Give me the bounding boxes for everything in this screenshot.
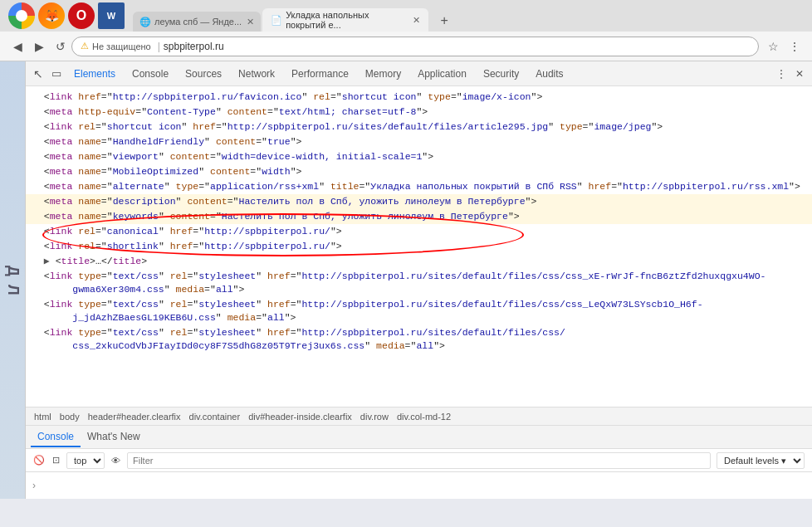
devtools-toolbar: ↖ ▭ Elements Console Sources Network Per… bbox=[26, 61, 812, 86]
device-toolbar-button[interactable]: ▭ bbox=[47, 65, 66, 83]
devtools-close-button[interactable]: ✕ bbox=[790, 65, 809, 83]
chrome-browser-icon[interactable] bbox=[8, 2, 35, 29]
breadcrumb-header[interactable]: header#header.clearfix bbox=[85, 411, 184, 422]
breadcrumb-html[interactable]: html bbox=[31, 411, 55, 422]
code-line-5: <meta name="viewport" content="width=dev… bbox=[26, 149, 812, 164]
code-line-7: <meta name="alternate" type="application… bbox=[26, 179, 812, 194]
main-content: Д Л ↖ ▭ Elements Console Sources Network… bbox=[0, 61, 812, 499]
code-line-9: <meta name="keywords" content="Настелить… bbox=[26, 209, 812, 224]
code-area-wrapper: <link href="http://spbpiterpol.ru/favico… bbox=[26, 86, 812, 407]
url-display: spbpiterpol.ru bbox=[164, 41, 224, 52]
title-bar: 🦊 O W 🌐 леума спб — Янде... ✕ 📄 Укладка … bbox=[0, 0, 812, 32]
browser-tab-inactive[interactable]: 🌐 леума спб — Янде... ✕ bbox=[133, 12, 261, 32]
bottom-tab-console[interactable]: Console bbox=[31, 427, 81, 447]
console-toolbar: 🚫 ⊡ top 👁 Default levels ▾ bbox=[26, 449, 812, 472]
breadcrumb-header-inside[interactable]: div#header-inside.clearfix bbox=[245, 411, 355, 422]
console-content: › bbox=[26, 472, 812, 499]
tab-network[interactable]: Network bbox=[230, 64, 283, 84]
not-secure-label: Не защищено bbox=[92, 41, 151, 51]
page-letter-l: Л bbox=[4, 285, 22, 295]
tab-audits[interactable]: Audits bbox=[527, 64, 571, 84]
bookmark-button[interactable]: ☆ bbox=[764, 37, 782, 56]
word-app-icon[interactable]: W bbox=[98, 2, 125, 29]
security-warning-icon: ⚠ bbox=[81, 41, 89, 51]
close-icon-inactive-tab[interactable]: ✕ bbox=[247, 17, 254, 27]
code-line-15: <link type="text/css" rel="stylesheet" h… bbox=[26, 325, 812, 354]
code-line-8: <meta name="description" content="Настел… bbox=[26, 194, 812, 209]
tab-console[interactable]: Console bbox=[124, 64, 177, 84]
link-href-11[interactable]: http://spbpiterpol.ru/ bbox=[204, 241, 330, 251]
preserve-log-button[interactable]: ⊡ bbox=[47, 452, 64, 469]
forward-button[interactable]: ▶ bbox=[30, 37, 48, 56]
menu-button[interactable]: ⋮ bbox=[785, 37, 804, 56]
bottom-panel: Console What's New 🚫 ⊡ top 👁 Default lev… bbox=[26, 425, 812, 499]
code-line-12: ▶ <title>…</title> bbox=[26, 254, 812, 269]
firefox-browser-icon[interactable]: 🦊 bbox=[38, 2, 65, 29]
level-select[interactable]: Default levels ▾ bbox=[717, 452, 805, 469]
breadcrumb-body[interactable]: body bbox=[56, 411, 83, 422]
code-line-13: <link type="text/css" rel="stylesheet" h… bbox=[26, 269, 812, 297]
code-line-4: <meta name="HandheldFriendly" content="t… bbox=[26, 134, 812, 149]
tab-memory[interactable]: Memory bbox=[357, 64, 409, 84]
page-letter-d: Д bbox=[4, 266, 22, 276]
browser-tab-active[interactable]: 📄 Укладка напольных покрытий е... ✕ bbox=[262, 8, 428, 32]
breadcrumb-col[interactable]: div.col-md-12 bbox=[394, 411, 454, 422]
tab-application[interactable]: Application bbox=[409, 64, 475, 84]
link-href-3[interactable]: http://spbpiterpol.ru/sites/default/file… bbox=[227, 121, 548, 132]
code-line-6: <meta name="MobileOptimized" content="wi… bbox=[26, 164, 812, 179]
code-line-2: <meta http-equiv="Content-Type" content=… bbox=[26, 105, 812, 120]
code-line-1: <link href="http://spbpiterpol.ru/favico… bbox=[26, 90, 812, 105]
refresh-button[interactable]: ↺ bbox=[51, 37, 70, 56]
address-input[interactable]: ⚠ Не защищено | spbpiterpol.ru bbox=[71, 37, 759, 56]
address-separator: | bbox=[158, 41, 160, 52]
bottom-tab-whats-new[interactable]: What's New bbox=[81, 427, 147, 447]
tab-label-active: Укладка напольных покрытий е... bbox=[286, 10, 408, 30]
opera-browser-icon[interactable]: O bbox=[68, 2, 95, 29]
bottom-tabs: Console What's New bbox=[26, 426, 812, 449]
close-icon-active-tab[interactable]: ✕ bbox=[413, 15, 420, 26]
back-button[interactable]: ◀ bbox=[8, 37, 27, 56]
context-select[interactable]: top bbox=[66, 452, 105, 469]
html-code-area[interactable]: <link href="http://spbpiterpol.ru/favico… bbox=[26, 86, 812, 357]
tab-elements[interactable]: Elements bbox=[66, 64, 124, 84]
tab-sources[interactable]: Sources bbox=[177, 64, 230, 84]
devtools-more-button[interactable]: ⋮ bbox=[772, 65, 790, 83]
new-tab-button[interactable]: + bbox=[433, 10, 455, 32]
page-background: Д Л bbox=[0, 61, 25, 499]
link-href-7[interactable]: http://spbpiterpol.ru/rss.xml bbox=[623, 181, 789, 192]
devtools-panel: ↖ ▭ Elements Console Sources Network Per… bbox=[25, 61, 812, 499]
clear-console-button[interactable]: 🚫 bbox=[31, 452, 47, 469]
tab-label-inactive: леума спб — Янде... bbox=[154, 17, 242, 27]
code-line-11: <link rel="shortlink" href="http://spbpi… bbox=[26, 239, 812, 254]
eye-button[interactable]: 👁 bbox=[107, 452, 124, 469]
link-href-1[interactable]: http://spbpiterpol.ru/favicon.ico bbox=[113, 91, 302, 102]
breadcrumb-bar: html body header#header.clearfix div.con… bbox=[26, 407, 812, 425]
code-line-14: <link type="text/css" rel="stylesheet" h… bbox=[26, 297, 812, 325]
tab-security[interactable]: Security bbox=[475, 64, 527, 84]
inspect-element-button[interactable]: ↖ bbox=[29, 65, 47, 83]
console-chevron-icon: › bbox=[32, 480, 36, 491]
breadcrumb-row[interactable]: div.row bbox=[357, 411, 392, 422]
address-bar: ◀ ▶ ↺ ⚠ Не защищено | spbpiterpol.ru ☆ ⋮ bbox=[0, 32, 812, 61]
link-href-10[interactable]: http://spbpiterpol.ru/ bbox=[204, 226, 330, 237]
code-line-3: <link rel="shortcut icon" href="http://s… bbox=[26, 120, 812, 134]
tab-performance[interactable]: Performance bbox=[283, 64, 357, 84]
filter-input[interactable] bbox=[127, 452, 711, 469]
breadcrumb-container[interactable]: div.container bbox=[186, 411, 244, 422]
code-line-10: <link rel="canonical" href="http://spbpi… bbox=[26, 224, 812, 239]
